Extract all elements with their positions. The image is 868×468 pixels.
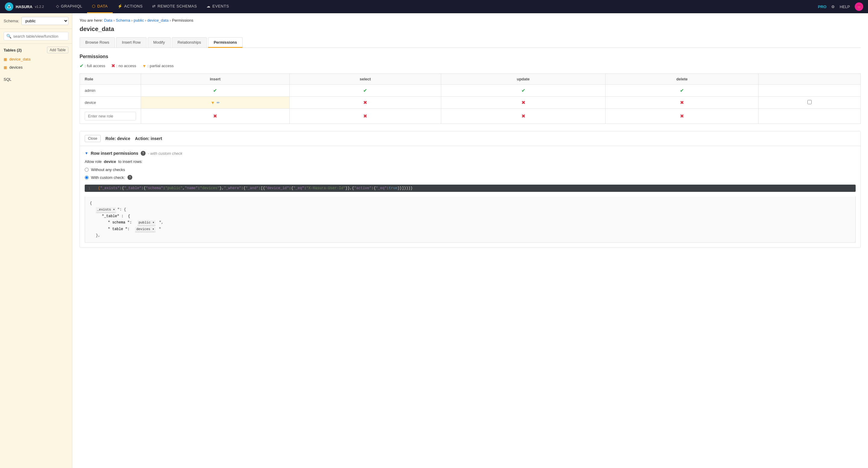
new-role-input[interactable] — [85, 112, 136, 121]
actions-icon: ⚡ — [118, 4, 123, 8]
json-close: }, — [96, 233, 100, 238]
radio-no-checks[interactable]: Without any checks — [85, 167, 856, 172]
sidebar-item-device-data[interactable]: ▦ device_data — [0, 55, 72, 63]
new-select: ✖ — [289, 109, 441, 124]
nav-remote-schemas[interactable]: ⇄ REMOTE SCHEMAS — [147, 0, 202, 13]
breadcrumb: You are here: Data › Schema › public › d… — [80, 18, 861, 23]
role-panel-header: Close Role: device Action: insert — [80, 131, 861, 146]
breadcrumb-data[interactable]: Data — [104, 18, 112, 23]
exists-dropdown[interactable]: _exists ▾ — [96, 207, 116, 213]
schema-label: Schema: — [4, 19, 19, 23]
help-icon[interactable]: ? — [141, 151, 146, 156]
no-access-label: : no access — [116, 64, 136, 68]
legend-none: ✖ : no access — [111, 63, 136, 69]
radio-custom-check-input[interactable] — [85, 175, 89, 179]
sidebar-search: 🔍 — [0, 29, 72, 44]
device-insert[interactable]: ▼ ✏ — [141, 97, 290, 109]
schema-comma: ", — [157, 220, 163, 226]
search-input[interactable] — [13, 34, 66, 38]
new-insert: ✖ — [141, 109, 290, 124]
schema-dropdown[interactable]: public ▾ — [137, 220, 156, 226]
radio-custom-check[interactable]: With custom check: ? — [85, 175, 856, 180]
help-label[interactable]: HELP — [840, 4, 850, 9]
device-update[interactable]: ✖ — [441, 97, 606, 109]
app-logo[interactable]: HASURA v1.2.2 — [5, 2, 44, 11]
nav-actions[interactable]: ⚡ ACTIONS — [113, 0, 148, 13]
col-update: update — [441, 74, 606, 85]
nav-events[interactable]: ☁ EVENTS — [202, 0, 234, 13]
data-icon: ⬡ — [92, 4, 96, 8]
role-panel-body: ▼ Row insert permissions ? - with custom… — [80, 146, 861, 247]
code-content: {"_exists":{"_table":{"schema":"public",… — [98, 186, 412, 190]
col-actions — [758, 74, 861, 85]
new-role-cell — [80, 109, 141, 124]
custom-check-badge: - with custom check — [148, 151, 182, 156]
breadcrumb-public[interactable]: public — [134, 18, 144, 23]
table-dropdown[interactable]: devices ▾ — [135, 227, 155, 233]
device-row-checkbox[interactable] — [807, 100, 812, 104]
tab-browse-rows[interactable]: Browse Rows — [80, 37, 115, 47]
radio-group: Without any checks With custom check: ? — [85, 167, 856, 180]
table-row: ✖ ✖ ✖ ✖ — [80, 109, 861, 124]
json-table-name-line: " table ": devices ▾ " — [90, 226, 850, 233]
logo-icon — [5, 2, 13, 11]
role-device: device — [80, 97, 141, 109]
breadcrumb-device-data[interactable]: device_data — [147, 18, 168, 23]
row-insert-title: Row insert permissions — [91, 151, 138, 156]
tables-header: Tables (2) Add Table — [0, 44, 72, 55]
breadcrumb-schema[interactable]: Schema — [116, 18, 130, 23]
edit-icon[interactable]: ✏ — [217, 101, 220, 105]
tables-title: Tables (2) — [4, 48, 22, 53]
admin-update: ✔ — [441, 85, 606, 97]
add-table-button[interactable]: Add Table — [47, 47, 68, 53]
code-block: 1 {"_exists":{"_table":{"schema":"public… — [85, 185, 856, 192]
row-insert-section: ▼ Row insert permissions ? - with custom… — [85, 151, 856, 156]
col-delete: delete — [605, 74, 758, 85]
device-delete[interactable]: ✖ — [605, 97, 758, 109]
col-role: Role — [80, 74, 141, 85]
nav-data[interactable]: ⬡ DATA — [87, 0, 113, 13]
device-checkbox[interactable] — [758, 97, 861, 109]
json-table-line: "_table" : { — [90, 213, 850, 220]
json-close-line: }, — [90, 233, 850, 239]
json-exists-line: _exists ▾ ": { — [90, 207, 850, 213]
pro-badge[interactable]: PRO — [818, 4, 827, 9]
chevron-down-icon[interactable]: ▼ — [85, 151, 88, 156]
full-access-label: : full access — [85, 64, 105, 68]
tab-permissions[interactable]: Permissions — [208, 37, 243, 48]
tab-insert-row[interactable]: Insert Row — [116, 37, 146, 47]
search-wrap: 🔍 — [4, 32, 68, 40]
schema-select[interactable]: public — [22, 17, 68, 25]
sidebar-item-devices[interactable]: ▦ devices — [0, 63, 72, 71]
role-action-info: Role: device Action: insert — [105, 136, 162, 141]
search-icon: 🔍 — [6, 34, 11, 38]
gear-icon[interactable]: ⚙ — [831, 4, 835, 9]
device-select[interactable]: ✖ — [289, 97, 441, 109]
col-insert: insert — [141, 74, 290, 85]
table-icon-2: ▦ — [4, 65, 7, 70]
sql-link[interactable]: SQL — [4, 77, 11, 81]
role-admin: admin — [80, 85, 141, 97]
role-label: Role: device — [105, 136, 130, 141]
help-icon-2[interactable]: ? — [127, 175, 132, 180]
main-layout: Schema: public 🔍 Tables (2) Add Table ▦ … — [0, 13, 868, 468]
allow-text: Allow role device to insert rows: — [85, 159, 856, 164]
breadcrumb-current: Permissions — [172, 18, 193, 23]
nav-graphiql[interactable]: ◇ GRAPHIQL — [51, 0, 87, 13]
x-icon: ✖ — [521, 100, 525, 105]
permissions-section: Permissions ✔ : full access ✖ : no acces… — [80, 54, 861, 248]
new-delete: ✖ — [605, 109, 758, 124]
radio-no-checks-label: Without any checks — [91, 167, 125, 172]
new-update: ✖ — [441, 109, 606, 124]
admin-select: ✔ — [289, 85, 441, 97]
breadcrumb-prefix: You are here: — [80, 18, 104, 23]
table-name-key: " table ": — [108, 227, 134, 232]
tab-relationships[interactable]: Relationships — [172, 37, 207, 47]
radio-no-checks-input[interactable] — [85, 168, 89, 172]
heart-icon[interactable]: 💗 — [855, 2, 863, 11]
x-icon: ✖ — [213, 113, 217, 119]
tab-modify[interactable]: Modify — [148, 37, 170, 47]
close-button[interactable]: Close — [85, 135, 101, 142]
filter-icon: ▼ — [211, 100, 215, 105]
partial-access-icon: ▼ — [142, 64, 147, 68]
